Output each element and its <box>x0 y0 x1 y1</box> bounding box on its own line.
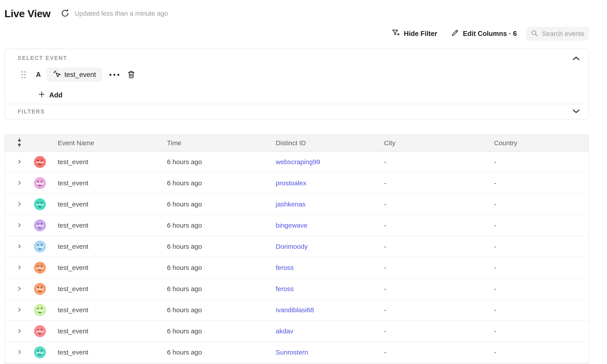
distinct-id-link[interactable]: Dorimoody <box>276 243 308 250</box>
event-name-cell: test_event <box>58 243 167 250</box>
expand-row-button[interactable] <box>14 284 24 294</box>
expand-row-button[interactable] <box>14 221 24 230</box>
time-cell: 6 hours ago <box>167 327 276 335</box>
edit-columns-button[interactable]: Edit Columns · 6 <box>451 29 517 39</box>
toolbar: Hide Filter Edit Columns · 6 <box>4 27 589 40</box>
table-row[interactable]: test_event 6 hours ago prostoalex - - <box>5 173 589 194</box>
distinct-id-link[interactable]: Sunrostern <box>276 349 308 356</box>
time-cell: 6 hours ago <box>167 200 276 208</box>
event-chip[interactable]: test_event <box>47 68 102 82</box>
table-row[interactable]: test_event 6 hours ago bingewave - - <box>5 215 589 236</box>
expand-row-button[interactable] <box>14 305 24 315</box>
event-chip-label: test_event <box>64 71 96 79</box>
table-row[interactable]: test_event 6 hours ago ivandiblasi68 - - <box>5 300 589 321</box>
event-name-cell: test_event <box>58 158 167 166</box>
chevron-right-icon <box>16 349 22 356</box>
avatar <box>34 283 46 295</box>
table-row[interactable]: test_event 6 hours ago Sunrostern - - <box>5 342 589 363</box>
delete-event-button[interactable] <box>126 70 136 79</box>
expand-row-button[interactable] <box>14 326 24 336</box>
city-cell: - <box>384 179 494 187</box>
event-name-cell: test_event <box>58 264 167 272</box>
country-cell: - <box>494 349 589 356</box>
column-header-event-name: Event Name <box>58 139 167 147</box>
event-name-cell: test_event <box>58 327 167 335</box>
column-header-time: Time <box>167 139 276 147</box>
expand-row-button[interactable] <box>14 157 24 167</box>
events-table: Event Name Time Distinct ID City Country <box>4 134 589 364</box>
more-options-button[interactable] <box>108 70 121 79</box>
refresh-button[interactable] <box>60 8 70 18</box>
cursor-click-icon <box>53 70 61 80</box>
add-event-button[interactable]: Add <box>38 91 62 100</box>
chevron-right-icon <box>16 180 22 186</box>
distinct-id-link[interactable]: webscraping99 <box>276 158 320 166</box>
time-cell: 6 hours ago <box>167 264 276 272</box>
country-cell: - <box>494 179 589 187</box>
city-cell: - <box>384 243 494 250</box>
distinct-id-link[interactable]: ivandiblasi68 <box>276 306 314 313</box>
expand-row-button[interactable] <box>14 242 24 251</box>
distinct-id-link[interactable]: jashkenas <box>276 200 305 208</box>
time-cell: 6 hours ago <box>167 222 276 229</box>
city-cell: - <box>384 264 494 272</box>
pencil-icon <box>451 29 459 39</box>
collapse-section-button[interactable] <box>571 55 581 62</box>
updated-status: Updated less than a minute ago <box>75 10 168 17</box>
country-cell: - <box>494 327 589 335</box>
avatar <box>34 325 46 337</box>
distinct-id-link[interactable]: feross <box>276 264 294 271</box>
time-cell: 6 hours ago <box>167 158 276 166</box>
hide-filter-label: Hide Filter <box>404 30 437 38</box>
distinct-id-link[interactable]: prostoalex <box>276 179 306 187</box>
plus-icon <box>38 91 45 100</box>
live-view-page: Live View Updated less than a minute ago… <box>0 0 607 364</box>
event-name-cell: test_event <box>58 349 167 356</box>
expand-row-button[interactable] <box>14 348 24 357</box>
distinct-id-link[interactable]: bingewave <box>276 222 307 229</box>
collapse-rows-button[interactable] <box>14 138 24 148</box>
refresh-icon <box>60 8 70 19</box>
chevron-right-icon <box>16 222 22 229</box>
trash-icon <box>127 70 136 80</box>
expand-filters-button[interactable] <box>571 108 581 116</box>
chevron-right-icon <box>16 307 22 313</box>
city-cell: - <box>384 285 494 293</box>
expand-row-button[interactable] <box>14 199 24 209</box>
search-input[interactable] <box>542 30 585 38</box>
event-name-cell: test_event <box>58 222 167 229</box>
country-cell: - <box>494 158 589 166</box>
chevron-right-icon <box>16 265 22 271</box>
page-header: Live View Updated less than a minute ago <box>4 0 607 21</box>
page-title: Live View <box>4 8 51 20</box>
event-letter: A <box>36 71 41 79</box>
ellipsis-icon <box>110 74 119 76</box>
distinct-id-link[interactable]: feross <box>276 285 294 292</box>
time-cell: 6 hours ago <box>167 243 276 250</box>
country-cell: - <box>494 306 589 314</box>
table-row[interactable]: test_event 6 hours ago akdav - - <box>5 321 589 342</box>
table-row[interactable]: test_event 6 hours ago Dorimoody - - <box>5 236 589 257</box>
table-row[interactable]: test_event 6 hours ago feross - - <box>5 278 589 300</box>
country-cell: - <box>494 243 589 250</box>
chevron-right-icon <box>16 328 22 335</box>
hide-filter-button[interactable]: Hide Filter <box>391 28 437 39</box>
city-cell: - <box>384 222 494 229</box>
event-name-cell: test_event <box>58 306 167 314</box>
event-name-cell: test_event <box>58 179 167 187</box>
chevron-right-icon <box>16 286 22 292</box>
expand-row-button[interactable] <box>14 178 24 188</box>
table-header: Event Name Time Distinct ID City Country <box>5 135 589 152</box>
city-cell: - <box>384 349 494 356</box>
drag-handle-icon[interactable] <box>21 71 26 78</box>
table-row[interactable]: test_event 6 hours ago webscraping99 - - <box>5 152 589 173</box>
chevron-right-icon <box>16 159 22 165</box>
table-row[interactable]: test_event 6 hours ago feross - - <box>5 257 589 278</box>
expand-row-button[interactable] <box>14 263 24 273</box>
table-row[interactable]: test_event 6 hours ago jashkenas - - <box>5 194 589 215</box>
avatar <box>34 220 46 231</box>
time-cell: 6 hours ago <box>167 179 276 187</box>
event-row: A test_event <box>5 68 589 82</box>
column-header-city: City <box>384 139 494 147</box>
distinct-id-link[interactable]: akdav <box>276 327 293 335</box>
